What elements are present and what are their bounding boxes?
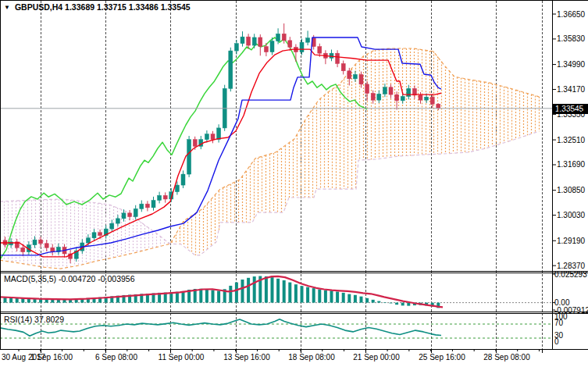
candle-body <box>258 37 262 47</box>
candle-body <box>110 223 114 229</box>
candle-body <box>407 88 411 96</box>
candle-body <box>359 74 363 84</box>
candle-body <box>341 63 345 70</box>
candle-body <box>116 219 119 223</box>
price-tick-label: 1.31690 <box>557 160 585 169</box>
candle-body <box>175 185 179 192</box>
candle-body <box>336 53 340 63</box>
time-tick-label: 6 Sep 08:00 <box>95 353 137 362</box>
price-tick-label: 1.35830 <box>557 34 585 43</box>
price-chart-canvas[interactable] <box>0 0 588 367</box>
candle-body <box>145 204 149 208</box>
rsi-tick-label: 70 <box>554 319 563 327</box>
candle-body <box>158 195 162 200</box>
candle-body <box>217 128 221 140</box>
price-tick-label: 1.34170 <box>557 85 585 94</box>
candle-body <box>140 204 144 208</box>
candle-body <box>39 240 43 244</box>
chart-title-ohlc: GBPUSD,H4 1.33689 1.33715 1.33486 1.3354… <box>15 2 191 12</box>
price-tick-label: 1.32510 <box>557 136 585 144</box>
candle-body <box>122 213 126 219</box>
candle-body <box>371 94 375 101</box>
candle-body <box>181 174 185 185</box>
candle-body <box>353 74 357 78</box>
price-tick-label: 1.28370 <box>557 262 585 270</box>
candle-body <box>282 34 286 41</box>
candle-body <box>45 244 48 248</box>
candle-body <box>264 47 268 52</box>
candle-body <box>92 233 96 238</box>
candle-body <box>151 201 155 208</box>
time-tick-label: 28 Sep 08:00 <box>483 353 530 362</box>
candle-body <box>306 38 310 42</box>
chikou-span-line <box>0 37 367 259</box>
candle-body <box>247 37 251 45</box>
price-tick-label: 1.29190 <box>557 237 585 245</box>
candle-body <box>276 34 280 41</box>
candle-body <box>33 240 37 245</box>
candle-body <box>86 238 90 243</box>
macd-tick-label: 0.025293 <box>554 270 587 279</box>
time-tick-label: 25 Sep 16:00 <box>419 353 465 362</box>
candle-body <box>300 42 304 52</box>
candle-body <box>252 37 256 45</box>
candle-body <box>98 233 102 236</box>
time-tick-label: 1 Sep 16:00 <box>30 353 73 362</box>
candle-body <box>163 195 167 199</box>
symbol-dropdown-icon[interactable]: ▼ <box>4 4 10 11</box>
candle-body <box>234 44 238 51</box>
rsi-indicator-label: RSI(14) 37.8029 <box>4 315 64 324</box>
candle-body <box>389 87 393 94</box>
candle-body <box>205 134 208 140</box>
candle-body <box>270 41 274 52</box>
candle-body <box>401 96 404 100</box>
rsi-line <box>0 319 441 337</box>
candle-body <box>187 140 191 174</box>
rsi-tick-label: 0 <box>554 337 559 346</box>
candle-body <box>419 95 422 100</box>
candle-body <box>21 248 25 251</box>
candle-body <box>425 97 429 100</box>
time-tick-label: 21 Sep 00:00 <box>353 353 400 362</box>
candle-body <box>383 87 387 94</box>
candle-body <box>128 213 132 217</box>
senkou-span-b-line <box>0 131 539 255</box>
candle-body <box>288 41 292 48</box>
candle-body <box>134 208 137 216</box>
candle-body <box>211 134 215 140</box>
price-tick-label: 1.34990 <box>557 60 585 69</box>
macd-indicator-label: MACD(5,35,5) -0.004720 -0.003956 <box>4 274 135 283</box>
candle-body <box>437 104 440 109</box>
price-tick-label: 1.36650 <box>557 10 585 19</box>
time-tick-label: 18 Sep 08:00 <box>288 353 335 362</box>
price-tick-label: 1.33350 <box>557 110 585 119</box>
chart-title-row: ▼ GBPUSD,H4 1.33689 1.33715 1.33486 1.33… <box>4 2 191 12</box>
candle-body <box>241 37 244 44</box>
time-tick-label: 11 Sep 00:00 <box>159 353 205 362</box>
candle-body <box>395 94 399 101</box>
candle-body <box>193 140 197 147</box>
candle-body <box>347 71 351 79</box>
candle-body <box>229 51 233 88</box>
candle-body <box>365 84 369 94</box>
price-tick-label: 1.30850 <box>557 186 585 194</box>
time-tick-label: 13 Sep 16:00 <box>223 353 270 362</box>
price-tick-label: 1.30030 <box>557 211 585 219</box>
mt4-chart-window[interactable]: ▼ GBPUSD,H4 1.33689 1.33715 1.33486 1.33… <box>0 0 588 367</box>
candle-body <box>377 94 381 100</box>
candle-body <box>318 47 322 54</box>
candle-body <box>430 97 434 104</box>
